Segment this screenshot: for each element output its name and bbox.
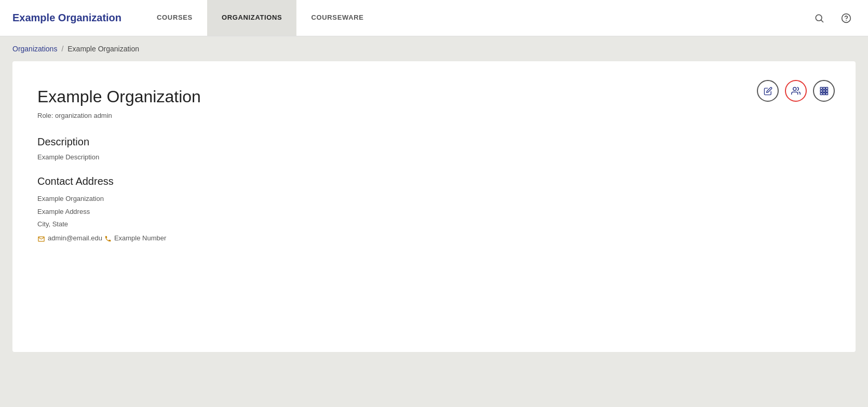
svg-rect-13: [826, 93, 828, 95]
org-title: Example Organization: [37, 87, 831, 106]
grid-icon: [819, 86, 829, 96]
description-heading: Description: [37, 136, 831, 148]
svg-rect-7: [826, 87, 828, 89]
address-line2: Example Address: [37, 206, 831, 219]
search-button[interactable]: [810, 9, 829, 28]
content-card: Example Organization Role: organization …: [12, 61, 856, 352]
svg-line-1: [821, 20, 823, 22]
svg-rect-5: [820, 87, 822, 89]
contact-address: Example Organization Example Address Cit…: [37, 193, 831, 246]
members-button[interactable]: [785, 80, 807, 102]
contact-heading: Contact Address: [37, 175, 831, 187]
svg-point-4: [793, 87, 796, 90]
search-icon: [814, 13, 824, 23]
main-nav: COURSES ORGANIZATIONS COURSEWARE: [142, 0, 378, 36]
svg-point-0: [816, 15, 822, 21]
pencil-icon: [764, 87, 772, 96]
breadcrumb-separator: /: [61, 45, 63, 53]
header-actions: [810, 9, 856, 28]
svg-rect-12: [823, 93, 825, 95]
apps-button[interactable]: [813, 80, 835, 102]
header: Example Organization COURSES ORGANIZATIO…: [0, 0, 868, 36]
phone-icon: [104, 231, 112, 246]
nav-courseware[interactable]: COURSEWARE: [296, 0, 378, 36]
svg-rect-10: [826, 90, 828, 92]
svg-rect-9: [823, 90, 825, 92]
breadcrumb-link[interactable]: Organizations: [12, 45, 57, 53]
breadcrumb-current: Example Organization: [67, 45, 139, 53]
address-line1: Example Organization: [37, 193, 831, 206]
members-icon: [791, 86, 801, 96]
description-text: Example Description: [37, 153, 831, 161]
action-buttons: [757, 80, 835, 102]
email-value[interactable]: admin@email.edu: [48, 232, 102, 245]
edit-button[interactable]: [757, 80, 779, 102]
email-icon: [37, 231, 45, 246]
help-button[interactable]: [837, 9, 856, 28]
breadcrumb: Organizations / Example Organization: [0, 36, 868, 61]
svg-rect-6: [823, 87, 825, 89]
logo[interactable]: Example Organization: [12, 12, 121, 24]
phone-line: Example Number: [104, 231, 166, 246]
svg-rect-8: [820, 90, 822, 92]
phone-value[interactable]: Example Number: [114, 232, 166, 245]
nav-organizations[interactable]: ORGANIZATIONS: [207, 0, 297, 36]
email-line: admin@email.edu: [37, 231, 102, 246]
svg-rect-11: [820, 93, 822, 95]
help-icon: [841, 13, 851, 23]
address-line3: City, State: [37, 218, 831, 231]
org-role: Role: organization admin: [37, 112, 831, 119]
nav-courses[interactable]: COURSES: [142, 0, 207, 36]
